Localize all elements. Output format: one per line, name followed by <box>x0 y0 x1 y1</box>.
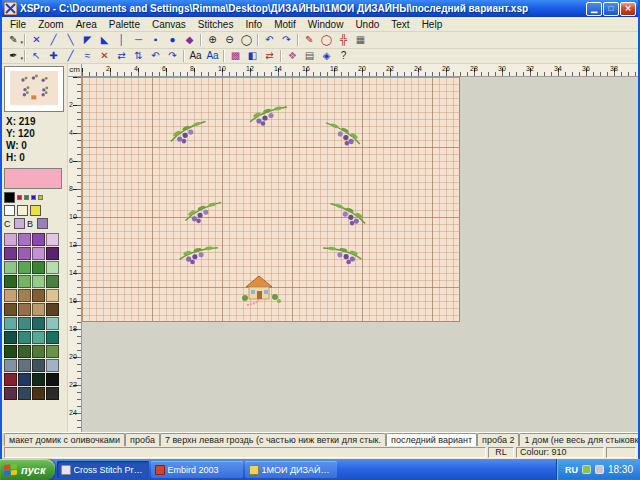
palette-swatch[interactable] <box>18 345 31 358</box>
palette-swatch[interactable] <box>4 345 17 358</box>
title-bar[interactable]: XSPro - C:\Documents and Settings\Rimma\… <box>2 0 638 17</box>
cb-swatch[interactable] <box>37 218 48 229</box>
pencil-tool-icon[interactable]: ✎▾ <box>5 33 22 47</box>
palette-swatch[interactable] <box>18 233 31 246</box>
palette-swatch[interactable] <box>46 359 59 372</box>
palette-swatch[interactable] <box>4 261 17 274</box>
cb-swatch[interactable] <box>14 218 25 229</box>
current-color-swatch[interactable] <box>4 168 62 189</box>
menu-item-text[interactable]: Text <box>385 19 415 30</box>
palette-swatch[interactable] <box>18 289 31 302</box>
motif-icon[interactable]: ❖ <box>284 49 301 63</box>
palette-swatch[interactable] <box>46 275 59 288</box>
palette-swatch[interactable] <box>18 317 31 330</box>
palette-swatch[interactable] <box>4 373 17 386</box>
rotate-right-icon[interactable]: ↷ <box>164 49 181 63</box>
menu-item-palette[interactable]: Palette <box>103 19 146 30</box>
palette-swatch[interactable] <box>4 317 17 330</box>
mini-swatch[interactable] <box>24 195 29 200</box>
french-knot-icon[interactable]: ● <box>164 33 181 47</box>
light-swatch[interactable] <box>30 205 41 216</box>
half-stitch-back-icon[interactable]: ╲ <box>62 33 79 47</box>
palette-swatch[interactable] <box>46 373 59 386</box>
full-cross-stitch-icon[interactable]: ✕ <box>28 33 45 47</box>
palette-swatch[interactable] <box>18 359 31 372</box>
taskbar-button[interactable]: Cross Stitch Pro... <box>57 461 149 478</box>
palette-swatch[interactable] <box>32 261 45 274</box>
three-quarter-stitch-icon[interactable]: ◣ <box>96 33 113 47</box>
erase-stitch-icon[interactable]: ✕ <box>96 49 113 63</box>
settings-icon[interactable]: ◈ <box>318 49 335 63</box>
tray-icon[interactable] <box>582 465 591 474</box>
menu-item-undo[interactable]: Undo <box>349 19 385 30</box>
palette-swatch[interactable] <box>18 331 31 344</box>
menu-item-file[interactable]: File <box>4 19 32 30</box>
light-swatch[interactable] <box>17 205 28 216</box>
center-marker-icon[interactable]: ╬ <box>335 33 352 47</box>
menu-item-stitches[interactable]: Stitches <box>192 19 240 30</box>
palette-swatch[interactable] <box>4 387 17 400</box>
palette-swatch[interactable] <box>18 387 31 400</box>
library-icon[interactable]: ▤ <box>301 49 318 63</box>
rotate-left-icon[interactable]: ↶ <box>147 49 164 63</box>
palette-swatch[interactable] <box>18 261 31 274</box>
quarter-stitch-icon[interactable]: ◤ <box>79 33 96 47</box>
zoom-out-icon[interactable]: ⊖ <box>221 33 238 47</box>
zoom-fit-icon[interactable]: ◯ <box>238 33 255 47</box>
line-tool-icon[interactable]: ╱ <box>62 49 79 63</box>
design-tab[interactable]: 1 дом (не весь для стыковки) <box>519 433 638 446</box>
design-tab[interactable]: проба 2 <box>477 433 519 446</box>
swap-colors-icon[interactable]: ⇄ <box>261 49 278 63</box>
design-tab[interactable]: макет домик с оливочками <box>4 433 125 446</box>
palette-swatch[interactable] <box>18 275 31 288</box>
grid-toggle-icon[interactable]: ▦ <box>352 33 369 47</box>
palette-swatch[interactable] <box>32 373 45 386</box>
outline-circle-icon[interactable]: ◯ <box>318 33 335 47</box>
font-small-icon[interactable]: Aa <box>187 49 204 63</box>
palette-swatch[interactable] <box>32 359 45 372</box>
move-tool-icon[interactable]: ✚ <box>45 49 62 63</box>
close-icon[interactable]: ✕ <box>620 2 636 16</box>
color-picker-icon[interactable]: ✒▾ <box>5 49 22 63</box>
fabric-grid[interactable] <box>82 77 460 322</box>
palette-swatch[interactable] <box>4 303 17 316</box>
palette-swatch[interactable] <box>4 247 17 260</box>
palette-swatch[interactable] <box>32 233 45 246</box>
palette-swatch[interactable] <box>46 345 59 358</box>
petite-stitch-icon[interactable]: ▪ <box>147 33 164 47</box>
light-swatch[interactable] <box>4 205 15 216</box>
flip-horizontal-icon[interactable]: ⇄ <box>113 49 130 63</box>
half-stitch-forward-icon[interactable]: ╱ <box>45 33 62 47</box>
start-button[interactable]: пуск <box>0 459 55 480</box>
palette-swatch[interactable] <box>32 289 45 302</box>
menu-item-help[interactable]: Help <box>416 19 449 30</box>
minimize-icon[interactable]: ▁ <box>586 2 602 16</box>
palette-swatch[interactable] <box>32 331 45 344</box>
taskbar-button[interactable]: 1МОИ ДИЗАЙНЫ <box>245 461 337 478</box>
help-icon[interactable]: ? <box>335 49 352 63</box>
design-preview[interactable] <box>4 66 64 112</box>
palette-swatch[interactable] <box>46 289 59 302</box>
design-tab[interactable]: последний вариант <box>386 433 477 446</box>
palette-swatch[interactable] <box>4 331 17 344</box>
palette-swatch[interactable] <box>4 275 17 288</box>
undo-icon[interactable]: ↶ <box>261 33 278 47</box>
menu-item-window[interactable]: Window <box>302 19 350 30</box>
palette-swatch[interactable] <box>4 359 17 372</box>
palette-swatch[interactable] <box>32 317 45 330</box>
black-swatch[interactable] <box>4 192 15 203</box>
menu-item-motif[interactable]: Motif <box>268 19 302 30</box>
curve-tool-icon[interactable]: ≈ <box>79 49 96 63</box>
palette-swatch[interactable] <box>32 275 45 288</box>
horizontal-stitch-icon[interactable]: ─ <box>130 33 147 47</box>
palette-swatch[interactable] <box>32 247 45 260</box>
language-indicator[interactable]: RU <box>565 465 578 475</box>
menu-item-area[interactable]: Area <box>70 19 103 30</box>
palette-swatch[interactable] <box>18 373 31 386</box>
backstitch-pen-icon[interactable]: ✎ <box>301 33 318 47</box>
palette-swatch[interactable] <box>46 317 59 330</box>
mini-swatch[interactable] <box>38 195 43 200</box>
palette-swatch[interactable] <box>46 261 59 274</box>
palette-swatch[interactable] <box>32 387 45 400</box>
menu-item-canvas[interactable]: Canvas <box>146 19 192 30</box>
